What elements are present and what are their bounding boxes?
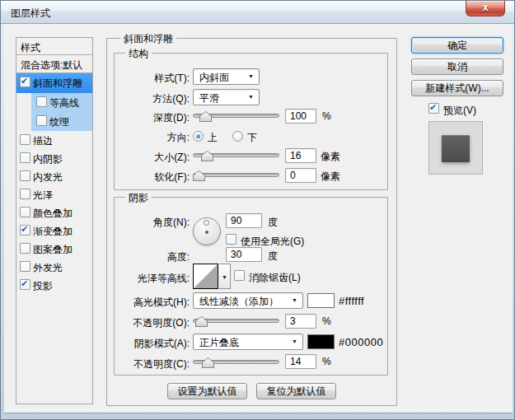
slider-thumb[interactable] <box>202 357 214 368</box>
outer-glow-checkbox[interactable] <box>20 261 30 272</box>
preview-checkbox[interactable] <box>428 103 439 114</box>
layer-style-dialog: 图层样式 x 样式 混合选项:默认 斜面和浮雕 等高线 纹理 描边 <box>0 0 515 420</box>
chevron-down-icon: ▼ <box>248 94 254 100</box>
styles-list-header: 样式 <box>16 38 92 55</box>
style-label: 样式(T): <box>111 72 190 86</box>
chevron-down-icon: ▼ <box>222 274 227 280</box>
direction-down-radio[interactable] <box>232 131 243 142</box>
preview-label: 预览(V) <box>443 104 476 118</box>
contour-curve-icon <box>194 264 218 288</box>
slider-thumb[interactable] <box>201 151 213 161</box>
altitude-label: 高度: <box>111 250 190 264</box>
altitude-input[interactable] <box>226 247 262 262</box>
gradient-overlay-checkbox[interactable] <box>20 225 30 236</box>
direction-label: 方向: <box>111 131 190 145</box>
highlight-mode-label: 高光模式(H): <box>111 296 190 310</box>
styles-list: 样式 混合选项:默认 斜面和浮雕 等高线 纹理 描边 内阴影 内发光 <box>16 37 93 404</box>
slider-thumb[interactable] <box>195 316 208 327</box>
style-preview-panel <box>428 121 483 175</box>
gloss-contour-picker-button[interactable]: ▼ <box>219 264 231 289</box>
texture-checkbox[interactable] <box>36 115 47 126</box>
shadow-opacity-slider[interactable] <box>193 357 279 368</box>
bevel-emboss-checkbox[interactable] <box>20 77 30 87</box>
shadow-opacity-label: 不透明度(C): <box>111 357 190 371</box>
close-button[interactable]: x <box>466 1 505 16</box>
style-preview-swatch <box>442 135 470 162</box>
reset-default-button[interactable]: 复位为默认值 <box>256 383 336 399</box>
angle-dial[interactable] <box>193 217 221 245</box>
slider-thumb[interactable] <box>193 170 205 181</box>
sidebar-item-pattern-overlay[interactable]: 图案叠加 <box>16 240 92 258</box>
highlight-opacity-label: 不透明度(O): <box>111 316 190 330</box>
size-input[interactable] <box>285 148 316 163</box>
sidebar-item-gradient-overlay[interactable]: 渐变叠加 <box>16 222 92 240</box>
style-select[interactable]: 内斜面 ▼ <box>193 68 260 85</box>
depth-input[interactable] <box>285 109 316 124</box>
stroke-checkbox[interactable] <box>20 134 30 145</box>
sidebar-item-color-overlay[interactable]: 颜色叠加 <box>16 203 92 222</box>
technique-select[interactable]: 平滑 ▼ <box>193 89 260 105</box>
chevron-down-icon: ▼ <box>248 73 254 79</box>
shadow-mode-label: 阴影模式(A): <box>111 337 190 351</box>
slider-thumb[interactable] <box>199 111 212 122</box>
soften-input[interactable] <box>285 168 316 183</box>
set-default-button[interactable]: 设置为默认值 <box>167 383 247 399</box>
close-icon: x <box>483 2 489 13</box>
technique-label: 方法(Q): <box>111 92 190 106</box>
shadow-color-swatch[interactable] <box>307 334 335 349</box>
sidebar-item-drop-shadow[interactable]: 投影 <box>16 276 92 294</box>
shadow-mode-select[interactable]: 正片叠底 ▼ <box>193 334 303 350</box>
depth-label: 深度(D): <box>111 111 190 125</box>
antialias-checkbox[interactable] <box>234 270 245 281</box>
sidebar-item-satin[interactable]: 光泽 <box>16 185 92 203</box>
sidebar-item-contour[interactable]: 等高线 <box>31 93 92 112</box>
sidebar-item-stroke[interactable]: 描边 <box>16 131 92 149</box>
depth-slider[interactable] <box>193 110 279 122</box>
cancel-button[interactable]: 取消 <box>411 58 503 75</box>
chevron-down-icon: ▼ <box>292 338 297 344</box>
angle-marker-icon <box>204 220 209 226</box>
color-overlay-checkbox[interactable] <box>20 207 30 217</box>
titlebar: 图层样式 x <box>1 1 514 24</box>
sidebar-item-bevel-emboss[interactable]: 斜面和浮雕 <box>16 73 92 93</box>
size-label: 大小(Z): <box>111 151 190 165</box>
pattern-overlay-checkbox[interactable] <box>20 243 30 254</box>
ok-button[interactable]: 确定 <box>411 37 503 54</box>
sidebar-item-inner-shadow[interactable]: 内阴影 <box>16 149 92 167</box>
sidebar-item-texture[interactable]: 纹理 <box>31 112 92 131</box>
inner-shadow-checkbox[interactable] <box>20 152 30 163</box>
highlight-mode-select[interactable]: 线性减淡（添加） ▼ <box>193 292 303 309</box>
satin-checkbox[interactable] <box>20 189 30 199</box>
window-title: 图层样式 <box>11 7 50 21</box>
chevron-down-icon: ▼ <box>292 297 297 303</box>
drop-shadow-checkbox[interactable] <box>20 279 30 290</box>
sidebar-item-outer-glow[interactable]: 外发光 <box>16 258 92 276</box>
highlight-color-swatch[interactable] <box>307 293 335 308</box>
direction-up-radio[interactable] <box>193 131 204 142</box>
sidebar-item-inner-glow[interactable]: 内发光 <box>16 167 92 185</box>
highlight-opacity-input[interactable] <box>285 314 316 329</box>
shadow-hex: #000000 <box>339 336 383 348</box>
soften-label: 软化(F): <box>111 170 190 184</box>
gloss-contour-thumbnail[interactable] <box>193 264 218 289</box>
sidebar-item-blending-options[interactable]: 混合选项:默认 <box>16 55 92 73</box>
dial-center-icon <box>205 231 208 234</box>
shadow-opacity-input[interactable] <box>285 354 316 369</box>
highlight-hex: #ffffff <box>339 295 364 307</box>
angle-input[interactable] <box>226 213 262 228</box>
inner-glow-checkbox[interactable] <box>20 170 30 181</box>
highlight-opacity-slider[interactable] <box>193 315 279 327</box>
global-light-checkbox[interactable] <box>226 234 236 245</box>
contour-checkbox[interactable] <box>36 96 47 107</box>
new-style-button[interactable]: 新建样式(W)... <box>411 80 503 96</box>
size-slider[interactable] <box>193 150 279 161</box>
panel-title: 斜面和浮雕 <box>120 32 176 46</box>
soften-slider[interactable] <box>193 170 279 181</box>
slider-track[interactable] <box>193 173 279 177</box>
angle-label: 角度(N): <box>111 216 190 230</box>
gloss-contour-label: 光泽等高线: <box>111 272 190 286</box>
